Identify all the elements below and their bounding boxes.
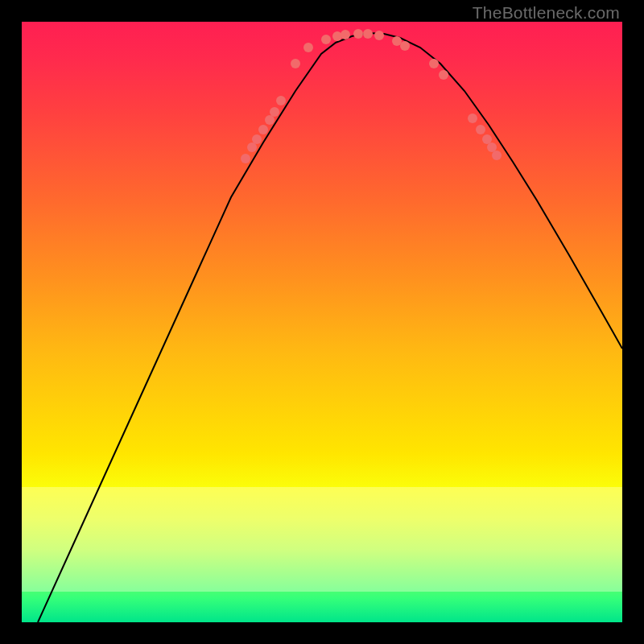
highlight-marker	[353, 29, 363, 39]
highlight-marker	[252, 134, 262, 144]
highlight-marker	[321, 35, 331, 44]
highlight-marker	[303, 43, 313, 52]
highlight-marker	[341, 30, 350, 39]
highlight-marker	[476, 125, 485, 134]
highlight-marker	[468, 114, 477, 123]
highlight-marker	[429, 59, 439, 68]
highlight-marker	[247, 142, 257, 152]
highlight-marker	[374, 31, 384, 40]
highlight-marker	[363, 29, 373, 39]
highlight-marker	[392, 36, 402, 46]
bottleneck-curve	[38, 33, 622, 622]
highlight-marker	[439, 70, 448, 80]
chart-plot-area	[22, 22, 622, 622]
chart-svg	[22, 22, 622, 622]
highlight-marker	[276, 96, 286, 105]
marker-group	[241, 29, 502, 163]
highlight-marker	[265, 115, 275, 125]
highlight-marker	[332, 31, 342, 41]
highlight-marker	[482, 134, 492, 144]
highlight-marker	[258, 125, 268, 134]
highlight-marker	[270, 107, 279, 117]
highlight-marker	[492, 151, 502, 160]
watermark-text: TheBottleneck.com	[473, 3, 620, 23]
highlight-marker	[487, 142, 497, 152]
highlight-marker	[400, 41, 410, 51]
highlight-marker	[241, 154, 250, 163]
highlight-marker	[291, 59, 300, 68]
